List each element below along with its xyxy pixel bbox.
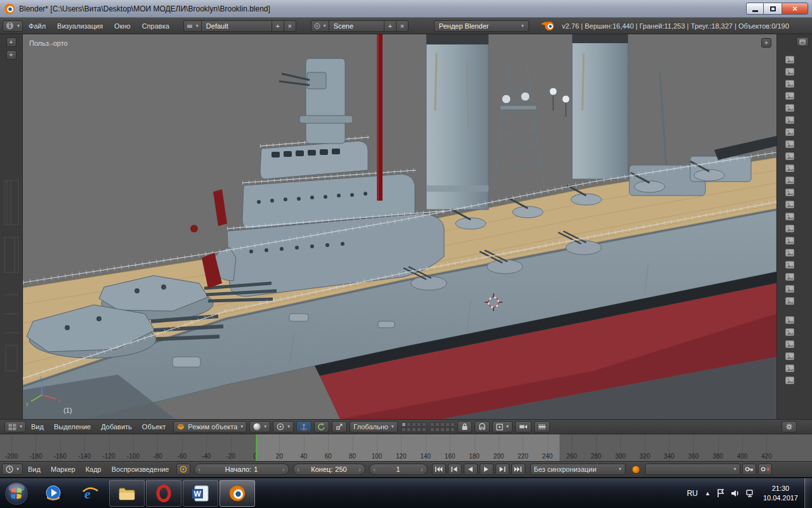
properties-tab-icon[interactable] <box>783 351 796 361</box>
layer-toggle[interactable] <box>450 427 455 432</box>
menu-file[interactable]: Файл <box>23 18 51 34</box>
editor-type-button[interactable]: ▾ <box>3 20 23 32</box>
taskbar-app-opera[interactable] <box>146 480 181 507</box>
timeline-editor-type-button[interactable]: ▾ <box>2 464 23 475</box>
properties-tab-icon[interactable] <box>783 224 796 234</box>
start-button[interactable] <box>4 481 29 506</box>
render-opengl-anim-button[interactable] <box>534 421 550 432</box>
properties-tab-icon[interactable] <box>783 248 796 258</box>
expand-properties-shelf-button[interactable]: + <box>761 38 771 48</box>
viewport-3d[interactable]: z x y (1) Польз.-орто + <box>23 34 776 419</box>
tray-icon-volume[interactable] <box>728 490 743 497</box>
properties-tab-icon[interactable] <box>783 363 796 373</box>
insert-keyframe-button[interactable] <box>742 464 756 475</box>
lock-to-scene-toggle[interactable] <box>457 421 472 432</box>
frame-end-field[interactable]: ‹ Конец:250 › <box>293 464 365 475</box>
expand-region-button[interactable]: + <box>6 50 16 60</box>
properties-tab-icon[interactable] <box>783 55 796 65</box>
delete-keyframe-button[interactable] <box>758 464 772 475</box>
layer-toggle[interactable] <box>445 422 450 427</box>
layer-toggle[interactable] <box>430 427 435 432</box>
layer-toggle[interactable] <box>422 422 426 427</box>
layer-toggle[interactable] <box>407 422 411 427</box>
layer-toggle[interactable] <box>417 427 421 432</box>
scene-add-button[interactable]: + <box>384 20 396 32</box>
render-opengl-button[interactable] <box>515 421 532 432</box>
sync-mode-select[interactable]: Без синхронизации ▾ <box>530 464 625 475</box>
taskbar-app-internet-explorer[interactable]: e <box>72 480 108 507</box>
jump-start-button[interactable] <box>432 464 446 475</box>
menu-help[interactable]: Справка <box>136 18 175 34</box>
menu-window[interactable]: Окно <box>108 18 136 34</box>
properties-tab-icon[interactable] <box>783 199 796 210</box>
properties-tab-icon[interactable] <box>783 236 796 246</box>
screen-layout-unlink-button[interactable]: × <box>284 20 296 32</box>
current-frame-field[interactable]: ‹ 1 › <box>369 464 428 475</box>
scene-unlink-button[interactable]: × <box>396 20 409 32</box>
layer-toggle[interactable] <box>430 422 435 427</box>
properties-tab-icon[interactable] <box>783 339 796 349</box>
menu-render[interactable]: Визуализация <box>51 18 108 34</box>
layer-toggle[interactable] <box>417 422 421 427</box>
properties-tab-icon[interactable] <box>783 91 796 101</box>
properties-tab-icon[interactable] <box>783 67 796 77</box>
viewport-editor-type-button[interactable]: ▾ <box>4 421 26 432</box>
decrement-icon[interactable]: ‹ <box>199 466 200 473</box>
layer-toggle[interactable] <box>435 422 440 427</box>
show-desktop-button[interactable] <box>804 478 812 508</box>
maximize-button[interactable] <box>764 3 782 15</box>
ship-model-scene[interactable]: z x y (1) <box>23 34 776 419</box>
properties-tab-icon[interactable] <box>783 296 796 306</box>
use-preview-range-toggle[interactable] <box>176 464 190 475</box>
properties-tab-icon[interactable] <box>783 284 796 294</box>
manipulator-translate-toggle[interactable] <box>296 421 311 432</box>
scene-field[interactable]: Scene <box>329 20 384 32</box>
keying-set-select[interactable]: ▾ <box>645 464 740 475</box>
increment-icon[interactable]: › <box>358 466 360 473</box>
tl-menu-view[interactable]: Вид <box>23 461 46 478</box>
layer-toggle[interactable] <box>402 427 406 432</box>
manipulator-scale-toggle[interactable] <box>332 421 347 432</box>
properties-tab-icon[interactable] <box>783 211 796 222</box>
taskbar-app-explorer-folder[interactable] <box>109 480 145 507</box>
pivot-point-select[interactable]: ▾ <box>273 421 294 432</box>
layer-toggle[interactable] <box>412 422 416 427</box>
properties-tab-icon[interactable] <box>783 151 796 161</box>
taskbar-clock[interactable]: 21:30 10.04.2017 <box>758 484 804 503</box>
frame-start-field[interactable]: ‹ Начало:1 › <box>194 464 289 475</box>
taskbar-app-media-player[interactable] <box>36 480 71 507</box>
tl-menu-playback[interactable]: Воспроизведение <box>107 461 174 478</box>
layer-toggle[interactable] <box>407 427 411 432</box>
layer-toggle[interactable] <box>445 427 450 432</box>
properties-tab-icon[interactable] <box>783 315 796 325</box>
decrement-icon[interactable]: ‹ <box>374 466 376 473</box>
vp-menu-view[interactable]: Вид <box>26 419 49 434</box>
timeline-ruler[interactable]: -200-180-160-140-120-100-80-60-40-200204… <box>0 434 812 461</box>
expand-toolshelf-button[interactable]: + <box>6 37 16 47</box>
properties-tab-icon[interactable] <box>783 375 796 385</box>
properties-tab-icon[interactable] <box>783 163 796 173</box>
hidden-icons-button[interactable]: ▲ <box>702 490 714 497</box>
properties-tab-icon[interactable] <box>783 79 796 89</box>
properties-tab-icon[interactable] <box>783 139 796 149</box>
auto-keyframe-toggle[interactable] <box>632 465 640 474</box>
jump-end-button[interactable] <box>511 464 525 475</box>
tl-menu-frame[interactable]: Кадр <box>81 461 107 478</box>
properties-tab-icon[interactable] <box>783 187 796 197</box>
transform-orientation-select[interactable]: Глобально ▾ <box>350 421 398 432</box>
screen-layout-field[interactable]: Default <box>201 20 272 32</box>
vp-menu-add[interactable]: Добавить <box>96 419 137 434</box>
screen-layout-add-button[interactable]: + <box>272 20 284 32</box>
play-reverse-button[interactable] <box>464 464 478 475</box>
tray-icon-network[interactable] <box>743 490 758 497</box>
mode-select[interactable]: Режим объекта ▾ <box>173 421 247 432</box>
layer-toggle[interactable] <box>402 422 406 427</box>
snap-toggle[interactable] <box>475 421 490 432</box>
properties-tab-icon[interactable] <box>783 175 796 185</box>
snap-element-select[interactable]: ▾ <box>492 421 513 432</box>
render-engine-select[interactable]: Рендер Blender ▾ <box>434 20 529 32</box>
viewport-shading-select[interactable]: ▾ <box>249 421 270 432</box>
increment-icon[interactable]: › <box>282 466 284 473</box>
close-button[interactable]: × <box>782 3 808 15</box>
outliner-corner-button[interactable] <box>796 37 809 47</box>
